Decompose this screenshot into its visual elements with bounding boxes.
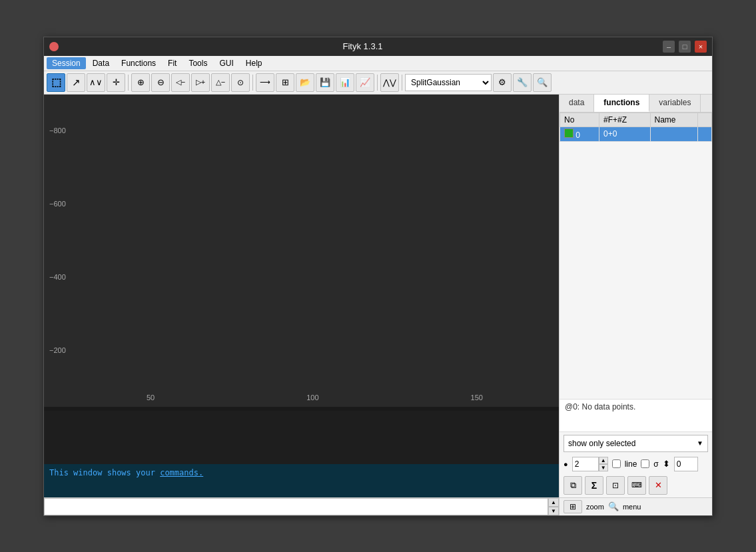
menubar: Session Data Functions Fit Tools GUI Hel… [44, 56, 712, 71]
spin-container: ▲ ▼ [572, 457, 608, 471]
tool-drag[interactable]: ↗ [67, 73, 85, 92]
action-buttons: ⧉ Σ ⊡ ⌨ ✕ [560, 473, 712, 497]
zoom-label: zoom [586, 503, 604, 511]
sigma-label: σ [653, 459, 658, 469]
point-icon: ● [564, 460, 568, 468]
menu-label: menu [623, 503, 641, 511]
titlebar: Fityk 1.3.1 – □ × [44, 37, 712, 56]
y-label-400: −400 [49, 273, 66, 281]
separator-1 [128, 75, 129, 91]
col-fz: #F+#Z [599, 113, 651, 127]
show-only-dropdown[interactable]: show only selected ▼ [564, 435, 708, 452]
show-only-label: show only selected [568, 439, 635, 448]
copy-button[interactable]: ⧉ [564, 476, 582, 495]
tool-select[interactable]: ⬚ [47, 73, 65, 92]
left-panel: −800 −600 −400 −200 50 100 150 This wind… [44, 95, 559, 515]
tool-auto-fit[interactable]: ⚙ [493, 73, 512, 92]
y-label-600: −600 [49, 200, 66, 208]
command-window: This window shows your commands. [44, 464, 559, 497]
close-button[interactable]: × [695, 41, 707, 53]
separator-3 [377, 75, 378, 91]
main-content: −800 −600 −400 −200 50 100 150 This wind… [44, 95, 712, 515]
scroll-down-btn[interactable]: ▼ [548, 507, 559, 515]
input-bar: ▲ ▼ [44, 497, 559, 515]
menu-tools[interactable]: Tools [183, 57, 212, 69]
input-scroll: ▲ ▼ [548, 498, 559, 515]
cell-color: 0 [560, 127, 599, 141]
tool-plot[interactable]: 📊 [336, 73, 354, 92]
export-button[interactable]: ⊡ [606, 476, 625, 495]
x-label-150: 150 [471, 394, 483, 402]
menu-functions[interactable]: Functions [116, 57, 161, 69]
fit-type-dropdown[interactable]: SplitGaussian Gaussian Lorentzian Voigt … [405, 74, 492, 91]
chart-area[interactable]: −800 −600 −400 −200 50 100 150 [44, 95, 559, 407]
tool-data-range[interactable]: ⟶ [256, 73, 274, 92]
table-row[interactable]: 0 0+0 [560, 127, 712, 141]
tool-zoom-reset[interactable]: ⊙ [231, 73, 250, 92]
label-button[interactable]: ⌨ [627, 476, 646, 495]
color-indicator [564, 129, 573, 138]
tool-zoom-in[interactable]: ⊕ [131, 73, 150, 92]
separator-4 [402, 75, 402, 91]
command-link[interactable]: commands. [160, 468, 203, 477]
cell-name [650, 127, 698, 141]
command-input[interactable] [44, 498, 548, 515]
menu-data[interactable]: Data [87, 57, 115, 69]
col-extra [698, 113, 712, 127]
tool-info[interactable]: 🔍 [533, 73, 552, 92]
status-text: @0: No data points. [565, 402, 635, 412]
number-icon: ⬍ [663, 459, 670, 469]
tool-zoom-x-in[interactable]: ▷+ [191, 73, 210, 92]
tool-save[interactable]: 💾 [316, 73, 334, 92]
minimize-button[interactable]: – [663, 41, 675, 53]
menu-gui[interactable]: GUI [214, 57, 238, 69]
tool-peaks[interactable]: ⋀⋁ [380, 73, 399, 92]
number-input[interactable] [674, 457, 698, 471]
sum-button[interactable]: Σ [585, 476, 603, 495]
remove-button[interactable]: ✕ [649, 476, 667, 495]
command-text: This window shows your [49, 468, 160, 477]
menu-session[interactable]: Session [47, 57, 86, 69]
tool-peak[interactable]: ∧∨ [87, 73, 105, 92]
separator-2 [252, 75, 253, 91]
col-name: Name [650, 113, 698, 127]
spin-down-btn[interactable]: ▼ [599, 464, 608, 471]
zoom-icon: 🔍 [608, 501, 619, 511]
x-axis: 50 100 150 [71, 394, 559, 402]
grid-button[interactable]: ⊞ [564, 500, 582, 513]
tool-zoom-out[interactable]: ⊖ [151, 73, 170, 92]
options-row: ● ▲ ▼ line σ ⬍ [560, 455, 712, 473]
spin-input[interactable] [572, 457, 599, 471]
cell-fz: 0+0 [599, 127, 651, 141]
maximize-button[interactable]: □ [679, 41, 691, 53]
tool-settings[interactable]: 🔧 [513, 73, 532, 92]
sigma-checkbox[interactable] [641, 459, 649, 468]
tool-data-grid[interactable]: ⊞ [276, 73, 294, 92]
x-label-100: 100 [306, 394, 318, 402]
toolbar: ⬚ ↗ ∧∨ ✛ ⊕ ⊖ ◁− ▷+ △− ⊙ ⟶ ⊞ 📂 💾 📊 📈 ⋀⋁ S… [44, 71, 712, 95]
tool-zoom-x-out[interactable]: ◁− [171, 73, 190, 92]
tool-open[interactable]: 📂 [296, 73, 314, 92]
spin-up-btn[interactable]: ▲ [599, 457, 608, 464]
menu-help[interactable]: Help [240, 57, 268, 69]
cell-no: 0 [575, 131, 580, 140]
tool-zoom-y-out[interactable]: △− [211, 73, 230, 92]
main-window: Fityk 1.3.1 – □ × Session Data Functions… [43, 37, 713, 516]
right-panel: data functions variables No #F+#Z Name [559, 95, 712, 515]
tool-overlay[interactable]: 📈 [356, 73, 374, 92]
bottom-bar: ⊞ zoom 🔍 menu [560, 497, 712, 515]
tab-functions[interactable]: functions [594, 95, 649, 112]
tab-variables[interactable]: variables [649, 95, 701, 112]
mini-chart [44, 411, 559, 464]
window-title: Fityk 1.3.1 [63, 41, 663, 51]
line-checkbox[interactable] [612, 459, 621, 468]
scroll-up-btn[interactable]: ▲ [548, 498, 559, 507]
window-controls: – □ × [663, 41, 707, 53]
line-label: line [625, 459, 637, 469]
tool-pointer[interactable]: ✛ [107, 73, 125, 92]
data-table: No #F+#Z Name 0 0+0 [560, 113, 712, 399]
dropdown-arrow-icon: ▼ [697, 439, 703, 447]
tab-data[interactable]: data [560, 95, 594, 112]
y-label-800: −800 [49, 127, 66, 135]
menu-fit[interactable]: Fit [163, 57, 182, 69]
